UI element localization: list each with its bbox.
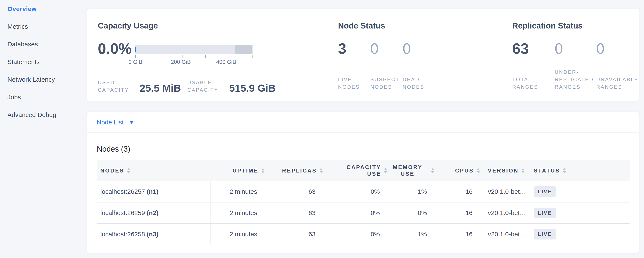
table-row-n3: localhost:26258 (n3) 2 minutes 63 0% 1% … (97, 223, 630, 245)
nodes-table-title: Nodes (3) (97, 145, 629, 154)
column-label: NODES (100, 167, 124, 174)
node-address-cell: localhost:26259 (n2) (97, 202, 211, 223)
under-replicated-ranges-label: UNDER-REPLICATED RANGES (555, 68, 596, 91)
sidebar-item-advanced-debug[interactable]: Advanced Debug (8, 106, 87, 123)
axis-label-200: 200 GiB (171, 59, 191, 65)
capacity-bar-track (136, 45, 252, 54)
node-status-stats: 3 LIVE NODES 0 SUSPECT NODES 0 DEAD NODE… (338, 41, 512, 91)
node-list-panel: Node List Nodes (3) NODES UPTIME REPLIC (87, 112, 639, 253)
axis-tick (182, 55, 182, 58)
capacity-bar-chart: 0 GiB 200 GiB 400 GiB (136, 45, 252, 65)
sort-icon (262, 168, 264, 173)
under-replicated-ranges-stat: 0 UNDER-REPLICATED RANGES (555, 41, 596, 91)
version-cell: v20.1.0-bet… (480, 181, 534, 202)
sidebar-item-metrics[interactable]: Metrics (8, 18, 87, 35)
column-header-version[interactable]: VERSION (480, 160, 534, 181)
suspect-nodes-label: SUSPECT NODES (370, 76, 402, 91)
sidebar-item-overview[interactable]: Overview (8, 0, 87, 18)
cpus-cell: 16 (434, 202, 480, 223)
node-list-dropdown[interactable]: Node List (87, 112, 639, 133)
column-header-status[interactable]: STATUS (534, 160, 630, 181)
node-id: (n3) (147, 230, 158, 237)
node-list-content: Nodes (3) NODES UPTIME REPLICAS (87, 145, 639, 245)
uptime-cell: 2 minutes (211, 181, 264, 202)
dead-nodes-label: DEAD NODES (402, 76, 435, 91)
capacity-use-cell: 0% (323, 202, 387, 223)
suspect-nodes-stat: 0 SUSPECT NODES (370, 41, 402, 91)
column-header-memory-use[interactable]: MEMORY USE (387, 160, 434, 181)
memory-use-cell: 1% (387, 223, 434, 245)
sidebar-item-statements[interactable]: Statements (8, 53, 87, 71)
capacity-usage-chart: 0.0% 0 GiB 200 GiB 400 GiB (98, 41, 338, 65)
usable-capacity-value: 515.9 GiB (229, 83, 276, 94)
column-label: UPTIME (232, 167, 258, 174)
cpus-cell: 16 (434, 181, 480, 202)
sidebar-nav-list: Overview Metrics Databases Statements Ne… (8, 0, 87, 123)
version-cell: v20.1.0-bet… (480, 223, 534, 245)
status-badge: LIVE (534, 229, 556, 239)
node-status-section: Node Status 3 LIVE NODES 0 SUSPECT NODES… (338, 21, 512, 101)
usable-capacity-stat: USABLE CAPACITY 515.9 GiB (187, 79, 276, 94)
nodes-table: NODES UPTIME REPLICAS CAPACITY USE MEMOR… (97, 160, 630, 245)
capacity-use-cell: 0% (323, 181, 387, 202)
header-row: NODES UPTIME REPLICAS CAPACITY USE MEMOR… (97, 160, 630, 181)
sort-icon (127, 168, 130, 173)
node-id: (n1) (147, 188, 158, 195)
used-capacity-value: 25.5 MiB (140, 83, 181, 94)
column-label: STATUS (534, 167, 560, 174)
replicas-cell: 63 (264, 181, 323, 202)
sort-icon (477, 168, 480, 173)
axis-tick (229, 55, 229, 58)
live-nodes-label: LIVE NODES (338, 76, 370, 91)
uptime-cell: 2 minutes (211, 223, 264, 245)
column-header-capacity-use[interactable]: CAPACITY USE (323, 160, 387, 181)
nodes-table-header: NODES UPTIME REPLICAS CAPACITY USE MEMOR… (97, 160, 630, 181)
sidebar-item-databases[interactable]: Databases (8, 35, 87, 53)
node-list-dropdown-label: Node List (97, 119, 124, 126)
replicas-cell: 63 (264, 202, 323, 223)
sidebar-item-network-latency[interactable]: Network Latency (8, 71, 87, 88)
dead-nodes-stat: 0 DEAD NODES (402, 41, 435, 91)
capacity-usage-section: Capacity Usage 0.0% 0 GiB 200 GiB 400 Gi… (98, 21, 338, 101)
unavailable-ranges-label: UNAVAILABLE RANGES (596, 76, 639, 91)
capacity-use-cell: 0% (323, 223, 387, 245)
live-nodes-value: 3 (338, 41, 370, 56)
sort-icon (563, 168, 566, 173)
total-ranges-stat: 63 TOTAL RANGES (512, 41, 555, 91)
dead-nodes-value: 0 (402, 41, 435, 56)
replication-status-section: Replication Status 63 TOTAL RANGES 0 UND… (512, 21, 639, 101)
chevron-down-icon (129, 121, 134, 124)
status-badge: LIVE (534, 186, 556, 197)
nodes-table-body: localhost:26257 (n1) 2 minutes 63 0% 1% … (97, 181, 630, 245)
cpus-cell: 16 (434, 223, 480, 245)
column-header-cpus[interactable]: CPUS (434, 160, 480, 181)
sidebar-item-jobs[interactable]: Jobs (8, 88, 87, 106)
replication-status-stats: 63 TOTAL RANGES 0 UNDER-REPLICATED RANGE… (512, 41, 639, 91)
sort-icon (431, 168, 434, 173)
node-address: localhost:26257 (100, 188, 145, 195)
capacity-axis-labels: 0 GiB 200 GiB 400 GiB (136, 59, 252, 65)
node-link[interactable]: localhost:26257 (n1) (100, 188, 158, 195)
axis-tick (159, 55, 159, 58)
memory-use-cell: 1% (387, 181, 434, 202)
column-header-nodes[interactable]: NODES (97, 160, 211, 181)
cluster-overview-panel: Capacity Usage 0.0% 0 GiB 200 GiB 400 Gi… (87, 9, 639, 101)
column-label: CAPACITY USE (343, 164, 381, 177)
live-nodes-stat: 3 LIVE NODES (338, 41, 370, 91)
under-replicated-ranges-value: 0 (555, 41, 596, 56)
column-header-uptime[interactable]: UPTIME (211, 160, 264, 181)
axis-tick (206, 55, 206, 58)
uptime-cell: 2 minutes (211, 202, 264, 223)
used-capacity-label: USED CAPACITY (98, 79, 135, 94)
column-header-replicas[interactable]: REPLICAS (264, 160, 323, 181)
sort-icon (384, 168, 387, 173)
table-row-n1: localhost:26257 (n1) 2 minutes 63 0% 1% … (97, 181, 630, 202)
capacity-bar-reserved-segment (235, 45, 252, 54)
total-ranges-value: 63 (512, 41, 555, 56)
capacity-axis-ticks (136, 55, 252, 58)
node-status-title: Node Status (338, 21, 512, 31)
replication-status-title: Replication Status (512, 21, 639, 31)
node-link[interactable]: localhost:26258 (n3) (100, 230, 158, 237)
node-link[interactable]: localhost:26259 (n2) (100, 209, 158, 216)
capacity-stats: USED CAPACITY 25.5 MiB USABLE CAPACITY 5… (98, 79, 338, 94)
